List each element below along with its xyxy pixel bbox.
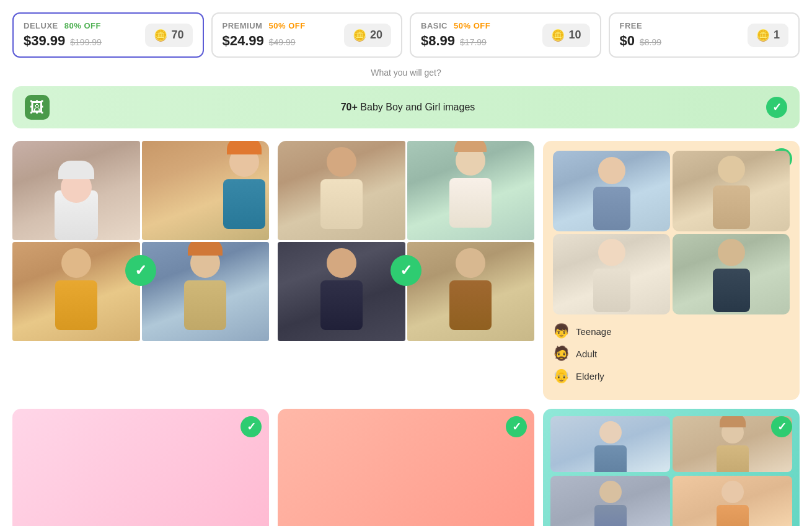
child-photo-3 [12,242,140,341]
pricing-card-premium[interactable]: PREMIUM 50% off $24.99 $49.99 🪙 20 [211,12,403,58]
adult-photo-3 [278,242,405,341]
pricing-row: DELUXE 80% off $39.99 $199.99 🪙 70 PREMI… [12,12,800,58]
clothes-photo-4 [673,476,792,526]
plan-name-free: FREE [620,21,643,30]
adult-photo-4 [407,242,535,341]
adult-photo-1 [278,141,405,240]
adult-photo-2 [407,141,535,240]
banner-text: 70+ Baby Boy and Girl images [50,102,766,113]
age-photo-teen-m [673,151,790,231]
banner-suffix: Baby Boy and Girl images [358,102,475,112]
pricing-card-deluxe[interactable]: DELUXE 80% off $39.99 $199.99 🪙 70 [12,12,204,58]
banner-icon: 🖼 [25,95,50,120]
main-content-grid: ✓ [12,141,800,400]
coin-icon-premium: 🪙 [353,29,366,42]
clothes-photo-1 [550,416,670,472]
discount-basic: 50% off [454,21,490,30]
current-price-basic: $8.99 [421,33,455,49]
clothes-check-icon: ✓ [771,416,792,437]
children-check-icon: ✓ [125,255,156,286]
age-photo-teen-f [553,151,670,231]
what-label: What you will get? [12,68,800,78]
discount-premium: 50% off [269,21,306,30]
plan-name-premium: PREMIUM [223,21,263,30]
cute-clothes-card: ✓ [543,409,800,526]
adult-check-icon: ✓ [391,255,421,286]
banner-count: 70+ [341,102,358,112]
elderly-label: Elderly [576,371,604,381]
age-card: ✓ [543,141,800,400]
credit-count-premium: 20 [370,29,382,42]
coin-icon-deluxe: 🪙 [154,29,167,42]
green-banner: 🖼 70+ Baby Boy and Girl images ✓ [12,86,800,128]
environments-card: ✓ With Unique and Various Environments [278,409,534,526]
credit-badge-premium: 🪙 20 [344,24,391,47]
age-list: 👦 Teenage 🧔 Adult 👴 Elderly [553,323,790,384]
adult-label: Adult [576,349,597,359]
pricing-card-free[interactable]: FREE $0 $8.99 🪙 1 [609,12,800,58]
original-price-deluxe: $199.99 [70,37,102,47]
original-price-basic: $17.99 [460,37,487,47]
current-price-free: $0 [620,33,635,49]
coin-icon-free: 🪙 [756,29,770,42]
children-photo-card: ✓ [12,141,269,400]
environments-check-icon: ✓ [506,416,527,437]
facial-check-icon: ✓ [241,416,262,437]
child-photo-4 [142,242,270,341]
clothes-photo-3 [550,476,670,526]
bottom-grid: ✓ With Charming Facial Expressions ✓ Wit… [12,409,800,526]
age-photo-elderly-m [673,234,790,314]
pricing-card-basic[interactable]: BASIC 50% off $8.99 $17.99 🪙 10 [410,12,601,58]
credit-badge-free: 🪙 1 [748,24,788,47]
credit-badge-deluxe: 🪙 70 [145,24,192,47]
credit-count-basic: 10 [568,29,581,42]
adult-photo-card: ✓ [278,141,534,400]
credit-badge-basic: 🪙 10 [542,24,589,47]
age-item-elderly: 👴 Elderly [553,368,790,384]
adult-emoji: 🧔 [553,345,570,362]
credit-count-free: 1 [774,29,780,42]
teenage-label: Teenage [576,326,612,337]
original-price-premium: $49.99 [269,37,296,47]
age-item-teenage: 👦 Teenage [553,323,790,339]
current-price-deluxe: $39.99 [24,33,65,49]
coin-icon-basic: 🪙 [551,29,565,42]
age-photo-elderly-f [553,234,670,314]
plan-name-deluxe: DELUXE [24,21,58,30]
banner-check-icon: ✓ [766,97,787,118]
plan-name-basic: BASIC [421,21,448,30]
credit-count-deluxe: 70 [171,29,183,42]
current-price-premium: $24.99 [223,33,264,49]
child-photo-1 [12,141,140,240]
original-price-free: $8.99 [640,37,661,47]
elderly-emoji: 👴 [553,368,570,384]
teenage-emoji: 👦 [553,323,570,339]
discount-deluxe: 80% off [64,21,101,30]
child-photo-2 [142,141,270,240]
age-item-adult: 🧔 Adult [553,345,790,362]
facial-expressions-card: ✓ With Charming Facial Expressions [12,409,269,526]
